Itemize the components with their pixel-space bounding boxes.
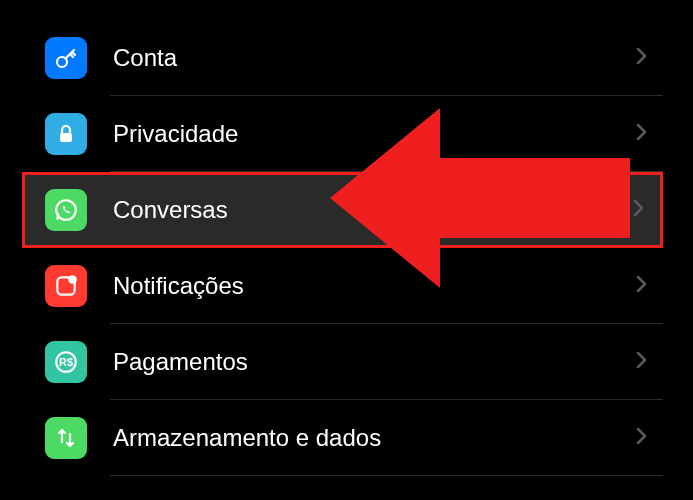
storage-icon (45, 417, 87, 459)
lock-icon (45, 113, 87, 155)
chevron-right-icon (636, 427, 648, 449)
svg-text:R$: R$ (59, 356, 73, 368)
settings-item-label: Conta (113, 44, 636, 72)
settings-item-label: Conversas (113, 196, 633, 224)
settings-item-notifications[interactable]: Notificações (30, 248, 663, 324)
settings-item-payments[interactable]: R$ Pagamentos (30, 324, 663, 400)
settings-item-storage[interactable]: Armazenamento e dados (30, 400, 663, 476)
settings-item-account[interactable]: Conta (30, 20, 663, 96)
chevron-right-icon (636, 47, 648, 69)
settings-item-privacy[interactable]: Privacidade (30, 96, 663, 172)
svg-rect-1 (60, 133, 72, 142)
settings-item-label: Privacidade (113, 120, 636, 148)
settings-item-label: Notificações (113, 272, 636, 300)
settings-list: Conta Privacidade Conversas (0, 0, 693, 496)
key-icon (45, 37, 87, 79)
settings-item-label: Armazenamento e dados (113, 424, 636, 452)
chevron-right-icon (633, 199, 645, 221)
svg-point-2 (56, 200, 76, 220)
svg-point-4 (68, 275, 77, 284)
settings-item-label: Pagamentos (113, 348, 636, 376)
chevron-right-icon (636, 275, 648, 297)
settings-item-chats[interactable]: Conversas (22, 172, 663, 248)
payments-icon: R$ (45, 341, 87, 383)
whatsapp-icon (45, 189, 87, 231)
notification-icon (45, 265, 87, 307)
chevron-right-icon (636, 123, 648, 145)
chevron-right-icon (636, 351, 648, 373)
